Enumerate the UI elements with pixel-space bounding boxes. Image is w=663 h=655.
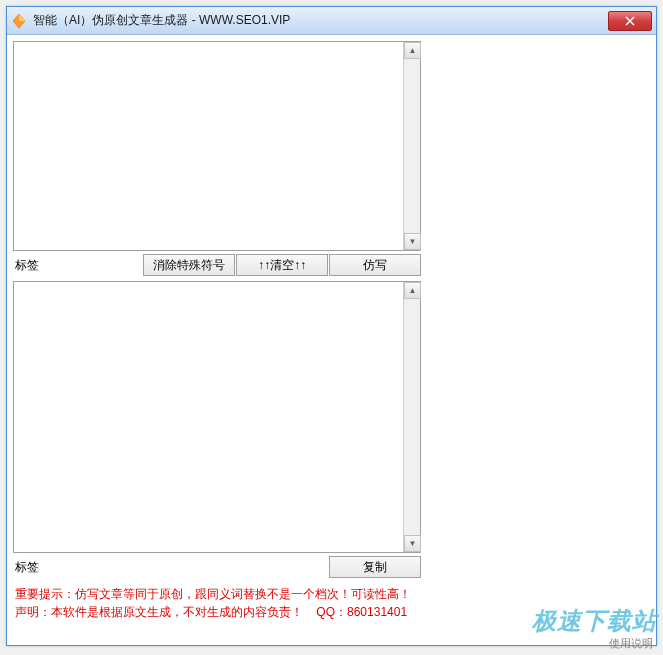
output-label: 标签 <box>13 559 133 576</box>
clear-button[interactable]: ↑↑清空↑↑ <box>236 254 328 276</box>
input-scrollbar[interactable]: ▲ ▼ <box>403 42 420 250</box>
rewrite-button[interactable]: 仿写 <box>329 254 421 276</box>
output-textarea[interactable] <box>14 282 403 552</box>
input-textarea-wrap: ▲ ▼ <box>13 41 421 251</box>
app-icon <box>11 13 27 29</box>
footer: 重要提示：仿写文章等同于原创，跟同义词替换不是一个档次！可读性高！ 声明：本软件… <box>13 583 421 623</box>
qq-label: QQ： <box>316 605 347 619</box>
close-button[interactable] <box>608 11 652 31</box>
usage-note: 使用说明 <box>609 636 653 651</box>
input-label: 标签 <box>13 257 133 274</box>
qq-number: 860131401 <box>347 605 407 619</box>
footer-tip-line2: 声明：本软件是根据原文生成，不对生成的内容负责！ QQ：860131401 <box>15 603 419 621</box>
input-panel: ▲ ▼ 标签 消除特殊符号 ↑↑清空↑↑ 仿写 <box>13 41 421 277</box>
titlebar[interactable]: 智能（AI）伪原创文章生成器 - WWW.SEO1.VIP <box>7 7 656 35</box>
input-textarea[interactable] <box>14 42 403 250</box>
footer-disclaimer: 声明：本软件是根据原文生成，不对生成的内容负责！ <box>15 605 303 619</box>
input-toolbar: 标签 消除特殊符号 ↑↑清空↑↑ 仿写 <box>13 253 421 277</box>
window-title: 智能（AI）伪原创文章生成器 - WWW.SEO1.VIP <box>33 12 608 29</box>
svg-marker-1 <box>19 14 25 21</box>
footer-tip-line1: 重要提示：仿写文章等同于原创，跟同义词替换不是一个档次！可读性高！ <box>15 585 419 603</box>
watermark-text: 极速下载站 <box>532 605 657 637</box>
output-panel: ▲ ▼ 标签 复制 <box>13 281 421 579</box>
scroll-down-icon[interactable]: ▼ <box>404 535 421 552</box>
close-icon <box>625 16 635 26</box>
app-window: 智能（AI）伪原创文章生成器 - WWW.SEO1.VIP ▲ ▼ 标签 消除特… <box>6 6 657 646</box>
output-textarea-wrap: ▲ ▼ <box>13 281 421 553</box>
content-area: ▲ ▼ 标签 消除特殊符号 ↑↑清空↑↑ 仿写 ▲ ▼ <box>7 35 656 645</box>
remove-special-button[interactable]: 消除特殊符号 <box>143 254 235 276</box>
copy-button[interactable]: 复制 <box>329 556 421 578</box>
output-scrollbar[interactable]: ▲ ▼ <box>403 282 420 552</box>
output-toolbar: 标签 复制 <box>13 555 421 579</box>
scroll-up-icon[interactable]: ▲ <box>404 282 421 299</box>
scroll-down-icon[interactable]: ▼ <box>404 233 421 250</box>
scroll-up-icon[interactable]: ▲ <box>404 42 421 59</box>
